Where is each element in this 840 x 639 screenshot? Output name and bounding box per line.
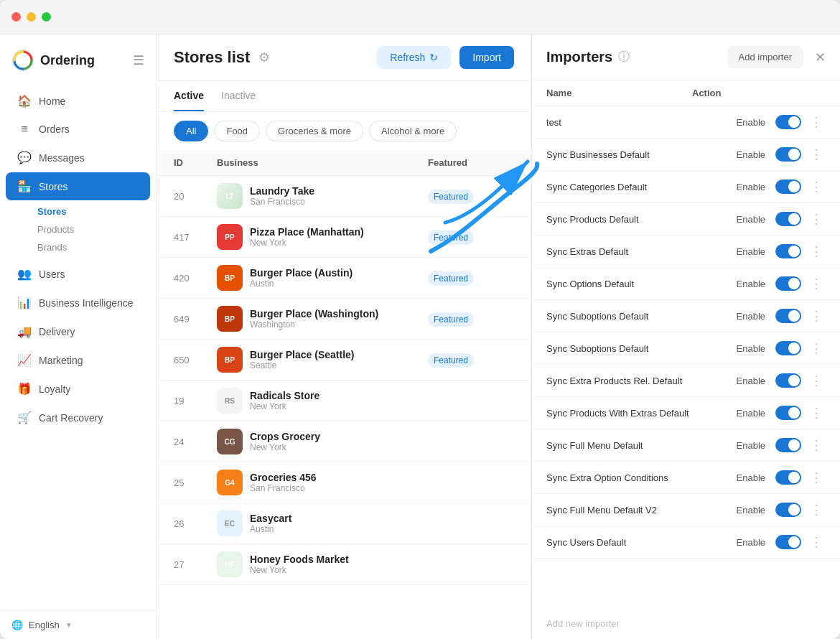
filter-food[interactable]: Food (214, 121, 260, 141)
table-row[interactable]: 420 BP Burger Place (Austin) Austin Feat… (157, 258, 531, 299)
sub-nav-stores[interactable]: Stores (32, 202, 156, 220)
store-id: 649 (174, 314, 217, 325)
sidebar-item-home[interactable]: 🏠 Home (6, 87, 150, 115)
more-options-icon[interactable]: ⋮ (807, 308, 826, 324)
store-logo: HF (217, 551, 243, 577)
importer-toggle[interactable] (775, 179, 801, 194)
store-city: Austin (250, 279, 353, 289)
tab-active[interactable]: Active (174, 81, 204, 111)
importer-name: test (546, 117, 731, 128)
more-options-icon[interactable]: ⋮ (807, 373, 826, 388)
sidebar-item-business-intelligence[interactable]: 📊 Business Intelligence (6, 289, 150, 317)
import-button[interactable]: Import (459, 46, 514, 69)
sidebar-item-users[interactable]: 👥 Users (6, 260, 150, 288)
sidebar-item-stores-label: Stores (39, 181, 67, 192)
importer-toggle[interactable] (775, 438, 801, 452)
table-row[interactable]: 27 HF Honey Foods Market New York (157, 544, 531, 585)
importer-toggle[interactable] (775, 406, 801, 420)
importer-toggle[interactable] (775, 309, 801, 323)
table-row[interactable]: 25 G4 Groceries 456 San Francisco (157, 462, 531, 503)
table-row[interactable]: 24 CG Crops Grocery New York (157, 421, 531, 462)
importer-toggle[interactable] (775, 276, 801, 291)
importer-action-label: Enable (737, 117, 765, 128)
close-importers-button[interactable]: ✕ (815, 50, 826, 65)
tab-inactive[interactable]: Inactive (221, 81, 256, 111)
importer-toggle[interactable] (775, 503, 801, 517)
importer-toggle[interactable] (775, 535, 801, 549)
importer-row: Sync Full Menu Default V2 Enable ⋮ (532, 494, 840, 526)
orders-icon: ≡ (17, 123, 32, 136)
sidebar-toggle-btn[interactable]: ☰ (133, 52, 144, 68)
col-action-header: Action (692, 88, 800, 98)
store-info: G4 Groceries 456 San Francisco (217, 470, 428, 495)
more-options-icon[interactable]: ⋮ (807, 211, 826, 227)
sidebar-item-delivery[interactable]: 🚚 Delivery (6, 317, 150, 345)
more-options-icon[interactable]: ⋮ (807, 179, 826, 195)
close-traffic-light[interactable] (11, 12, 21, 22)
stores-table: 20 LT Laundry Take San Francisco Feature… (157, 176, 531, 639)
more-options-icon[interactable]: ⋮ (807, 276, 826, 291)
importer-action-label: Enable (737, 149, 765, 160)
sidebar-item-cart-recovery[interactable]: 🛒 Cart Recovery (6, 404, 150, 432)
importer-toggle[interactable] (775, 212, 801, 226)
sub-nav-brands[interactable]: Brands (32, 238, 156, 256)
store-name: Radicals Store (250, 390, 319, 401)
store-id: 420 (174, 273, 217, 284)
import-label: Import (472, 52, 501, 63)
importer-name: Sync Businesses Default (546, 149, 731, 160)
table-row[interactable]: 417 PP Pizza Place (Manhattan) New York … (157, 217, 531, 258)
store-logo: EC (217, 510, 243, 536)
add-importer-button[interactable]: Add importer (727, 46, 803, 68)
table-row[interactable]: 26 EC Easycart Austin (157, 503, 531, 544)
more-options-icon[interactable]: ⋮ (807, 146, 826, 162)
sidebar-item-marketing[interactable]: 📈 Marketing (6, 346, 150, 374)
table-row[interactable]: 650 BP Burger Place (Seattle) Seattle Fe… (157, 340, 531, 381)
importer-toggle[interactable] (775, 470, 801, 485)
cart-recovery-icon: 🛒 (17, 411, 32, 424)
more-options-icon[interactable]: ⋮ (807, 502, 826, 518)
filter-alcohol[interactable]: Alcohol & more (369, 121, 457, 141)
minimize-traffic-light[interactable] (27, 12, 36, 22)
table-row[interactable]: 20 LT Laundry Take San Francisco Feature… (157, 176, 531, 217)
importer-toggle[interactable] (775, 373, 801, 388)
refresh-button[interactable]: Refresh ↻ (377, 46, 451, 69)
sidebar-item-bi-label: Business Intelligence (39, 297, 134, 309)
importer-toggle[interactable] (775, 147, 801, 162)
stores-sub-nav: Stores Products Brands (0, 201, 156, 259)
sidebar-item-loyalty[interactable]: 🎁 Loyalty (6, 375, 150, 403)
importer-toggle[interactable] (775, 341, 801, 355)
messages-icon: 💬 (17, 151, 32, 164)
store-id: 417 (174, 232, 217, 243)
maximize-traffic-light[interactable] (42, 12, 51, 22)
more-options-icon[interactable]: ⋮ (807, 437, 826, 453)
more-options-icon[interactable]: ⋮ (807, 243, 826, 259)
users-icon: 👥 (17, 267, 32, 281)
sidebar-item-orders[interactable]: ≡ Orders (6, 116, 150, 143)
sub-nav-products[interactable]: Products (32, 220, 156, 238)
sidebar-item-stores[interactable]: 🏪 Stores (6, 172, 150, 200)
stores-section: Stores list ⚙ Refresh ↻ Import Active In… (157, 34, 531, 639)
settings-icon[interactable]: ⚙ (258, 50, 270, 65)
importer-toggle[interactable] (775, 115, 801, 129)
importer-toggle[interactable] (775, 244, 801, 258)
language-selector[interactable]: 🌐 English ▼ (0, 610, 156, 639)
sidebar: Ordering ☰ 🏠 Home ≡ Orders 💬 Messages 🏪 (0, 34, 157, 639)
table-row[interactable]: 19 RS Radicals Store New York (157, 381, 531, 421)
importer-name: Sync Extra Option Conditions (546, 472, 731, 483)
store-city: Washington (250, 320, 378, 330)
add-new-importer[interactable]: Add new importer (532, 608, 840, 639)
more-options-icon[interactable]: ⋮ (807, 114, 826, 130)
sidebar-item-messages[interactable]: 💬 Messages (6, 144, 150, 172)
more-options-icon[interactable]: ⋮ (807, 534, 826, 550)
info-icon[interactable]: ⓘ (618, 50, 630, 65)
more-options-icon[interactable]: ⋮ (807, 470, 826, 485)
more-options-icon[interactable]: ⋮ (807, 340, 826, 356)
store-logo: BP (217, 347, 243, 373)
table-row[interactable]: 649 BP Burger Place (Washington) Washing… (157, 299, 531, 340)
more-options-icon[interactable]: ⋮ (807, 405, 826, 421)
store-logo: RS (217, 388, 243, 414)
filter-groceries[interactable]: Groceries & more (266, 121, 363, 141)
store-id: 26 (174, 518, 217, 529)
filter-all[interactable]: All (174, 121, 208, 141)
store-id: 650 (174, 355, 217, 365)
